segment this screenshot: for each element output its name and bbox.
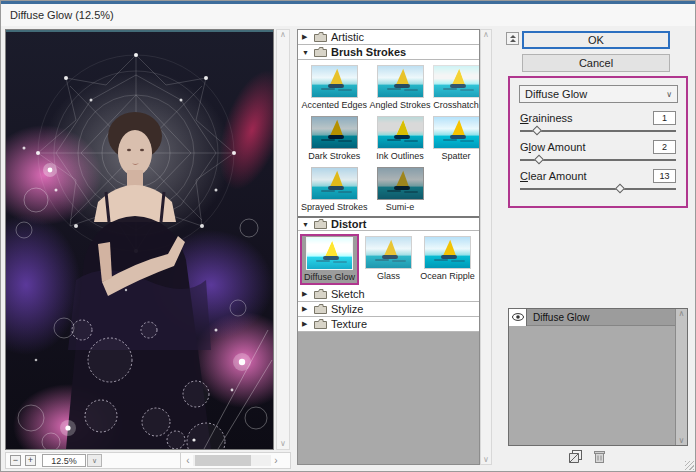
effect-layers-panel: Diffuse Glow ∧ ∨	[508, 308, 688, 446]
folder-icon	[314, 319, 327, 329]
new-effect-layer-button[interactable]	[569, 450, 583, 463]
filter-thumb-spatter[interactable]: Spatter	[432, 114, 480, 163]
filter-thumb-label: Glass	[377, 271, 400, 281]
scroll-up-icon[interactable]: ∧	[483, 30, 489, 39]
zoom-in-icon: +	[28, 456, 33, 465]
collapsed-arrow-icon: ▶	[302, 305, 310, 313]
slider-value-field[interactable]: 1	[653, 111, 676, 125]
effect-layers-list: Diffuse Glow	[509, 309, 675, 445]
effects-toolbar	[569, 450, 605, 463]
bottombar-divider	[180, 453, 181, 468]
filter-select-value: Diffuse Glow	[525, 88, 587, 100]
filter-thumbnail-image	[311, 65, 358, 98]
filter-thumbnail-image	[311, 116, 358, 149]
slider-glow-amount: Glow Amount2	[520, 139, 676, 166]
filter-thumbnail-image	[365, 236, 412, 269]
category-header-artistic[interactable]: ▶Artistic	[298, 30, 479, 45]
filter-thumb-ocean-ripple[interactable]: Ocean Ripple	[418, 234, 477, 285]
filter-thumbnail-image	[377, 65, 424, 98]
ok-button[interactable]: OK	[522, 31, 670, 49]
category-header-brush-strokes[interactable]: ▼Brush Strokes	[298, 45, 479, 60]
filter-thumbnail-image	[306, 237, 353, 270]
slider-track[interactable]	[520, 155, 676, 166]
collapsed-arrow-icon: ▶	[302, 33, 310, 41]
slider-track[interactable]	[520, 184, 676, 195]
category-header-sketch[interactable]: ▶Sketch	[298, 287, 479, 302]
scroll-down-icon[interactable]: ∨	[280, 439, 286, 449]
zoom-level-field[interactable]: 12.5%	[42, 454, 86, 467]
resize-grip[interactable]	[685, 461, 694, 470]
eye-icon	[512, 313, 524, 321]
category-header-distort[interactable]: ▼Distort	[298, 216, 479, 231]
effect-layer-row-diffuse-glow[interactable]: Diffuse Glow	[509, 309, 675, 326]
filter-thumbnail-image	[433, 116, 480, 149]
category-header-texture[interactable]: ▶Texture	[298, 317, 479, 332]
image-preview[interactable]	[5, 29, 274, 450]
filter-thumb-label: Accented Edges	[302, 100, 368, 110]
slider-value-field[interactable]: 2	[653, 140, 676, 154]
category-header-stylize[interactable]: ▶Stylize	[298, 302, 479, 317]
slider-track[interactable]	[520, 126, 676, 137]
collapse-panel-button[interactable]	[506, 32, 519, 45]
effect-layer-name: Diffuse Glow	[527, 312, 590, 323]
delete-effect-layer-button[interactable]	[594, 450, 605, 463]
filter-thumb-diffuse-glow[interactable]: Diffuse Glow	[300, 234, 359, 285]
folder-icon	[314, 219, 327, 229]
slider-thumb[interactable]	[534, 155, 544, 165]
filter-parameters-box: Diffuse Glow ∨ Graininess1Glow Amount2Cl…	[508, 76, 688, 208]
zoom-level-value: 12.5%	[51, 456, 77, 466]
filter-list-scrollbar[interactable]: ∧ ∨	[480, 29, 492, 465]
chevron-down-icon: ∨	[92, 457, 97, 465]
effects-scrollbar[interactable]: ∧ ∨	[675, 309, 687, 445]
preview-artwork	[6, 30, 273, 449]
filter-select-dropdown[interactable]: Diffuse Glow ∨	[519, 85, 678, 103]
filter-thumbnail-image	[433, 65, 480, 98]
scroll-left-icon[interactable]: ‹	[183, 455, 193, 466]
category-label: Texture	[331, 318, 367, 330]
cancel-button[interactable]: Cancel	[522, 54, 670, 72]
filter-thumb-label: Ink Outlines	[376, 151, 424, 161]
filter-thumb-sumi-e[interactable]: Sumi-e	[369, 165, 432, 214]
slider-value-field[interactable]: 13	[653, 169, 676, 183]
folder-icon	[314, 289, 327, 299]
category-label: Stylize	[331, 303, 363, 315]
scroll-right-icon[interactable]: ›	[271, 455, 281, 466]
filter-categories: ▶Artistic▼Brush StrokesAccented EdgesAng…	[297, 29, 480, 465]
slider-label: Clear Amount	[520, 170, 587, 182]
slider-thumb[interactable]	[615, 184, 625, 194]
slider-track-line	[520, 188, 676, 190]
preview-vertical-scrollbar[interactable]: ∧ ∨	[276, 29, 290, 450]
filter-thumb-ink-outlines[interactable]: Ink Outlines	[369, 114, 432, 163]
preview-horizontal-scrollbar[interactable]: ‹ ›	[183, 454, 281, 467]
horizontal-scroll-thumb[interactable]	[195, 455, 251, 466]
filter-thumb-label: Diffuse Glow	[304, 272, 355, 282]
collapsed-arrow-icon: ▶	[302, 290, 310, 298]
filter-thumb-angled-strokes[interactable]: Angled Strokes	[369, 63, 432, 112]
filter-thumb-sprayed-strokes[interactable]: Sprayed Strokes	[300, 165, 369, 214]
scroll-down-icon[interactable]: ∨	[483, 455, 489, 464]
zoom-out-button[interactable]: −	[10, 455, 21, 466]
slider-label: Graininess	[520, 112, 573, 124]
slider-graininess: Graininess1	[520, 110, 676, 137]
chevron-down-icon: ∨	[666, 90, 672, 99]
scroll-up-icon[interactable]: ∧	[280, 30, 286, 40]
visibility-toggle[interactable]	[509, 309, 527, 326]
thumb-grid-distort: Diffuse GlowGlassOcean Ripple	[298, 231, 479, 287]
filter-thumb-label: Dark Strokes	[308, 151, 360, 161]
filter-thumb-glass[interactable]: Glass	[359, 234, 418, 285]
zoom-in-button[interactable]: +	[25, 455, 36, 466]
slider-track-line	[520, 130, 676, 132]
horizontal-scroll-track[interactable]	[193, 455, 271, 466]
scroll-down-icon[interactable]: ∨	[679, 436, 685, 445]
zoom-level-dropdown-button[interactable]: ∨	[87, 454, 102, 467]
filter-thumb-accented-edges[interactable]: Accented Edges	[300, 63, 369, 112]
collapsed-arrow-icon: ▶	[302, 320, 310, 328]
scroll-up-icon[interactable]: ∧	[679, 309, 685, 318]
filter-thumbnail-image	[311, 167, 358, 200]
cancel-button-label: Cancel	[579, 57, 613, 69]
slider-thumb[interactable]	[532, 126, 542, 136]
filter-thumb-crosshatch[interactable]: Crosshatch	[432, 63, 480, 112]
titlebar: Diffuse Glow (12.5%)	[1, 4, 695, 26]
thumb-grid-brush-strokes: Accented EdgesAngled StrokesCrosshatchDa…	[298, 60, 479, 216]
filter-thumb-dark-strokes[interactable]: Dark Strokes	[300, 114, 369, 163]
